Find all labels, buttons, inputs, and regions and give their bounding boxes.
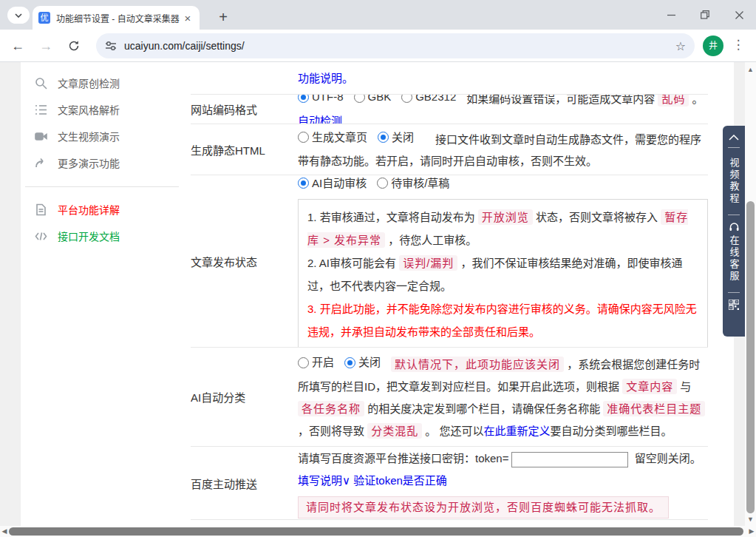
tab-close-icon[interactable]: × — [182, 12, 194, 24]
sidebar-item-search[interactable]: 文章原创检测 — [22, 70, 191, 96]
address-bar[interactable]: ucaiyun.com/caiji/settings/ ☆ — [96, 33, 695, 58]
row-label: AI自动分类 — [191, 389, 298, 405]
close-window-button[interactable] — [722, 0, 756, 30]
radio-unselected-icon[interactable] — [401, 95, 412, 103]
online-service-link[interactable]: 在线客服 — [727, 235, 741, 283]
text: 。 您还可以 — [422, 425, 483, 437]
highlight-term: 误判/漏判 — [399, 255, 457, 271]
reload-icon — [68, 40, 80, 52]
radio-option[interactable]: UTF-8 — [298, 95, 344, 108]
radio-selected-icon[interactable] — [298, 178, 309, 189]
row-paragraph: 请填写百度资源平台推送接口密钥：token= 留空则关闭。 填写说明∨ 验证to… — [298, 448, 708, 492]
vertical-scrollbar[interactable]: ▲ ▼ — [745, 62, 756, 526]
scroll-right-arrow-icon[interactable]: ▶ — [747, 526, 756, 537]
baidu-token-input[interactable] — [511, 452, 628, 467]
scroll-up-arrow-icon[interactable]: ▲ — [745, 64, 756, 75]
divider — [728, 292, 740, 293]
radio-selected-icon[interactable] — [298, 95, 309, 103]
sidebar-item-document[interactable]: 平台功能详解 — [22, 196, 191, 223]
tab-search-button[interactable] — [7, 7, 30, 24]
text: 的相关度决定发到哪个栏目，请确保任务名称能 — [364, 402, 603, 415]
radio-selected-icon[interactable] — [378, 132, 389, 143]
profile-avatar[interactable]: 井 — [703, 36, 723, 56]
inline-link[interactable]: 功能说明。 — [298, 72, 353, 84]
settings-row: 功能说明。 — [191, 62, 708, 95]
radio-option[interactable]: GBK — [354, 95, 392, 108]
scroll-down-arrow-icon[interactable]: ▼ — [745, 514, 756, 524]
minimize-button[interactable] — [654, 0, 688, 30]
warning-note: 请同时将文章发布状态设为开放浏览，否则百度蜘蛛可能无法抓取。 — [298, 496, 669, 519]
sidebar-item-numbered-list[interactable]: 文案风格解析 — [22, 96, 191, 123]
share-arrow-icon — [34, 156, 47, 169]
highlight-term: 各任务名称 — [298, 401, 364, 416]
sidebar-item-share-arrow[interactable]: 更多演示功能 — [22, 149, 191, 176]
divider — [728, 215, 740, 215]
reload-button[interactable] — [65, 37, 83, 55]
row-label: 生成静态HTML — [191, 142, 298, 158]
browser-tab[interactable]: 优 功能细节设置 - 自动文章采集器 × — [33, 6, 200, 30]
text: 留空则关闭。 — [631, 452, 701, 465]
text: ，待您人工审核。 — [385, 234, 477, 246]
qr-code-icon[interactable] — [729, 300, 739, 310]
page-content-card: 文章原创检测 文案风格解析 文生视频演示 更多演示功能 平台功能详解 接口开发文… — [21, 62, 734, 526]
note-line: 1. 若审核通过，文章将自动发布为 开放浏览 状态，否则文章将被存入 暂存库 >… — [307, 206, 698, 251]
sidebar-item-label: 平台功能详解 — [58, 202, 120, 217]
radio-selected-icon[interactable] — [344, 357, 355, 368]
radio-label: GB2312 — [415, 95, 456, 108]
radio-option[interactable]: 待审核/草稿 — [377, 175, 449, 195]
settings-row: 文章发布状态 AI自动审核待审核/草稿1. 若审核通过，文章将自动发布为 开放浏… — [191, 175, 708, 348]
text: ，否则将导致 — [298, 425, 367, 437]
divider — [728, 147, 740, 148]
text: 请填写百度资源平台推送接口密钥：token= — [298, 452, 508, 465]
radio-option[interactable]: 开启 — [298, 351, 334, 374]
settings-row: 生成静态HTML 生成文章页关闭 接口文件收到文章时自动生成静态文件，需要您的程… — [191, 124, 708, 175]
row-content: 开启关闭默认情况下，此项功能应该关闭 ，系统会根据您创建任务时所填写的栏目ID，… — [298, 351, 708, 442]
vertical-scrollbar-thumb[interactable] — [746, 201, 755, 513]
sidebar-item-code[interactable]: 接口开发文档 — [22, 223, 191, 249]
radio-option[interactable]: AI自动审核 — [298, 175, 367, 195]
radio-option[interactable]: 关闭 — [378, 126, 414, 149]
highlight-term: 开放浏览 — [478, 209, 533, 225]
radio-unselected-icon[interactable] — [377, 178, 388, 189]
horizontal-scrollbar-thumb[interactable] — [9, 527, 743, 536]
radio-unselected-icon[interactable] — [298, 132, 309, 143]
sidebar-divider — [25, 186, 179, 187]
radio-unselected-icon[interactable] — [298, 357, 309, 368]
back-button[interactable]: ← — [9, 37, 27, 55]
note-line: 2. AI审核可能会有 误判/漏判 ，我们不保证审核结果绝对准确，即使审核通过，… — [307, 251, 698, 297]
text: 与 — [677, 380, 691, 393]
forward-button[interactable]: → — [37, 37, 55, 55]
radio-option[interactable]: GB2312 — [401, 95, 456, 108]
inline-link[interactable]: 在此重新定义 — [484, 425, 551, 437]
restore-button[interactable] — [688, 0, 722, 30]
floating-side-widget[interactable]: 视频教程 在线客服 — [723, 126, 745, 337]
row-paragraph: UTF-8GBKGB2312如果编码设置错误，可能造成文章内容 乱码 。 自动检… — [298, 95, 708, 124]
row-paragraph: 开启关闭默认情况下，此项功能应该关闭 ，系统会根据您创建任务时所填写的栏目ID，… — [298, 351, 708, 442]
scroll-left-arrow-icon[interactable]: ◀ — [0, 526, 9, 537]
review-notes-box: 1. 若审核通过，文章将自动发布为 开放浏览 状态，否则文章将被存入 暂存库 >… — [298, 199, 708, 348]
browser-menu-icon[interactable]: ⋮ — [729, 37, 747, 53]
inline-link[interactable]: 填写说明∨ — [298, 474, 350, 487]
chevron-up-icon[interactable] — [729, 135, 739, 141]
inline-link[interactable]: 自动检测 — [298, 115, 342, 124]
radio-option[interactable]: 生成文章页 — [298, 126, 367, 149]
new-tab-button[interactable]: + — [213, 7, 234, 28]
url-text[interactable]: ucaiyun.com/caiji/settings/ — [124, 40, 675, 52]
tab-title: 功能细节设置 - 自动文章采集器 — [56, 12, 182, 24]
settings-table: 功能说明。 网站编码格式 UTF-8GBKGB2312如果编码设置错误，可能造成… — [191, 62, 708, 520]
chevron-down-icon — [15, 13, 22, 18]
bookmark-star-icon[interactable]: ☆ — [675, 39, 686, 53]
video-tutorial-link[interactable]: 视频教程 — [727, 158, 741, 205]
inline-link[interactable]: 验证token是否正确 — [353, 474, 447, 487]
browser-toolbar: ← → ucaiyun.com/caiji/settings/ ☆ 井 ⋮ — [0, 30, 756, 62]
row-label: 百度主动推送 — [191, 476, 298, 491]
sidebar-item-video-camera[interactable]: 文生视频演示 — [22, 123, 191, 149]
sidebar-item-label: 接口开发文档 — [58, 229, 120, 243]
sidebar-item-label: 文生视频演示 — [58, 129, 120, 143]
row-label: 网站编码格式 — [191, 101, 298, 117]
horizontal-scrollbar[interactable]: ◀ ▶ — [0, 526, 756, 537]
radio-unselected-icon[interactable] — [354, 95, 365, 103]
sidebar-item-label: 文章原创检测 — [58, 75, 120, 90]
radio-option[interactable]: 关闭 — [344, 351, 381, 374]
text: 要自动分类到哪些栏目。 — [551, 425, 672, 437]
